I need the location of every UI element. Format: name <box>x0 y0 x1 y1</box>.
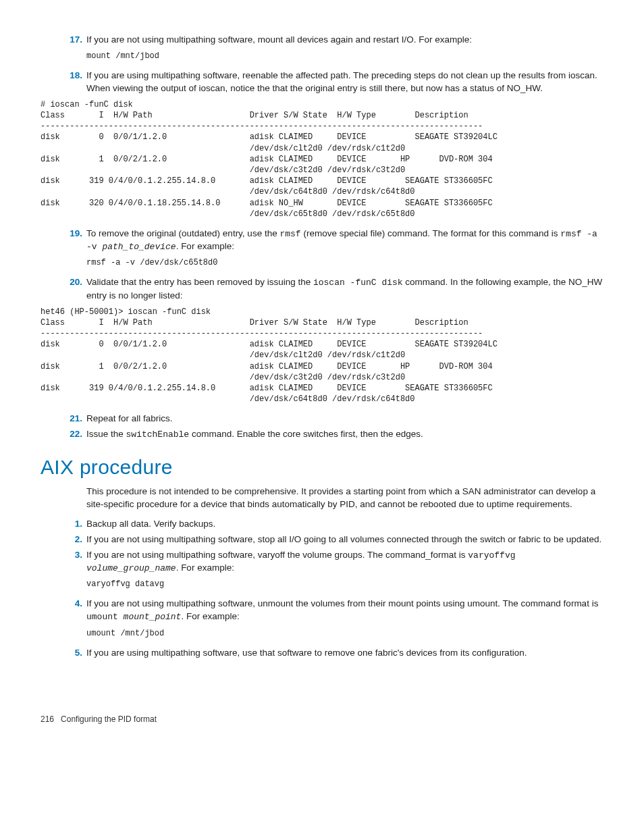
step-text: Repeat for all fabrics. <box>86 413 603 425</box>
aix-step-4: 4. If you are not using multipathing sof… <box>41 598 603 623</box>
step-number: 21. <box>41 413 86 425</box>
text-fragment: If you are not using multipathing softwa… <box>86 598 598 608</box>
inline-code: umount <box>86 612 124 622</box>
text-fragment: Issue the <box>86 429 126 439</box>
footer-title: Configuring the PID format <box>61 714 157 724</box>
section-heading-aix: AIX procedure <box>41 453 603 481</box>
text-fragment: . For example: <box>176 241 234 251</box>
step-number: 22. <box>41 428 86 441</box>
step-number: 19. <box>41 228 86 253</box>
section-intro-paragraph: This procedure is not intended to be com… <box>86 486 603 511</box>
step-20: 20. Validate that the entry has been rem… <box>41 276 603 302</box>
code-block-umount: umount /mnt/jbod <box>86 628 603 639</box>
step-number: 3. <box>41 549 86 575</box>
aix-step-5: 5. If you are using multipathing softwar… <box>41 647 603 660</box>
inline-code: ioscan -funC disk <box>313 278 403 288</box>
text-fragment: To remove the original (outdated) entry,… <box>86 228 279 238</box>
step-number: 18. <box>41 70 86 95</box>
inline-code-italic: volume_group_name <box>86 563 176 573</box>
step-22: 22. Issue the switchEnable command. Enab… <box>41 428 603 441</box>
page-number: 216 <box>41 714 54 724</box>
step-number: 2. <box>41 533 86 546</box>
inline-code-italic: path_to_device <box>102 242 176 252</box>
step-19: 19. To remove the original (outdated) en… <box>41 228 603 253</box>
step-text: If you are using multipathing software, … <box>86 70 603 95</box>
text-fragment: If you are not using multipathing softwa… <box>86 550 468 560</box>
step-text: To remove the original (outdated) entry,… <box>86 228 603 253</box>
step-number: 5. <box>41 647 86 660</box>
step-number: 4. <box>41 598 86 623</box>
aix-step-2: 2. If you are not using multipathing sof… <box>41 533 603 546</box>
ioscan-output-1: # ioscan -funC disk Class I H/W Path Dri… <box>41 99 603 219</box>
inline-code: varyoffvg <box>468 550 515 561</box>
code-block-varyoffvg: varyoffvg datavg <box>86 579 603 590</box>
code-block-rmsf: rmsf -a -v /dev/dsk/c65t8d0 <box>86 257 603 268</box>
ioscan-output-2: het46 (HP-50001)> ioscan -funC disk Clas… <box>41 307 603 405</box>
step-number: 20. <box>41 276 86 302</box>
step-text: If you are not using multipathing softwa… <box>86 34 603 47</box>
step-text: If you are using multipathing software, … <box>86 647 603 660</box>
inline-code: switchEnable <box>126 429 190 440</box>
inline-code: rmsf <box>279 229 300 239</box>
aix-step-1: 1. Backup all data. Verify backups. <box>41 518 603 531</box>
step-text: Backup all data. Verify backups. <box>86 518 603 531</box>
step-18: 18. If you are using multipathing softwa… <box>41 70 603 95</box>
step-text: If you are not using multipathing softwa… <box>86 533 603 546</box>
aix-step-3: 3. If you are not using multipathing sof… <box>41 549 603 575</box>
step-text: Issue the switchEnable command. Enable t… <box>86 428 603 441</box>
text-fragment: command. Enable the core switches first,… <box>189 429 423 439</box>
page-footer: 216 Configuring the PID format <box>41 714 603 725</box>
step-17: 17. If you are not using multipathing so… <box>41 34 603 47</box>
inline-code-italic: mount_point <box>124 612 182 622</box>
text-fragment: . For example: <box>181 611 239 621</box>
code-block-mount: mount /mnt/jbod <box>86 51 603 61</box>
step-number: 1. <box>41 518 86 531</box>
step-text: If you are not using multipathing softwa… <box>86 598 603 623</box>
step-number: 17. <box>41 34 86 47</box>
text-fragment: (remove special file) command. The forma… <box>301 228 561 238</box>
step-21: 21. Repeat for all fabrics. <box>41 413 603 425</box>
step-text: Validate that the entry has been removed… <box>86 276 603 302</box>
text-fragment: . For example: <box>176 563 234 573</box>
text-fragment: Validate that the entry has been removed… <box>86 277 313 287</box>
step-text: If you are not using multipathing softwa… <box>86 549 603 575</box>
